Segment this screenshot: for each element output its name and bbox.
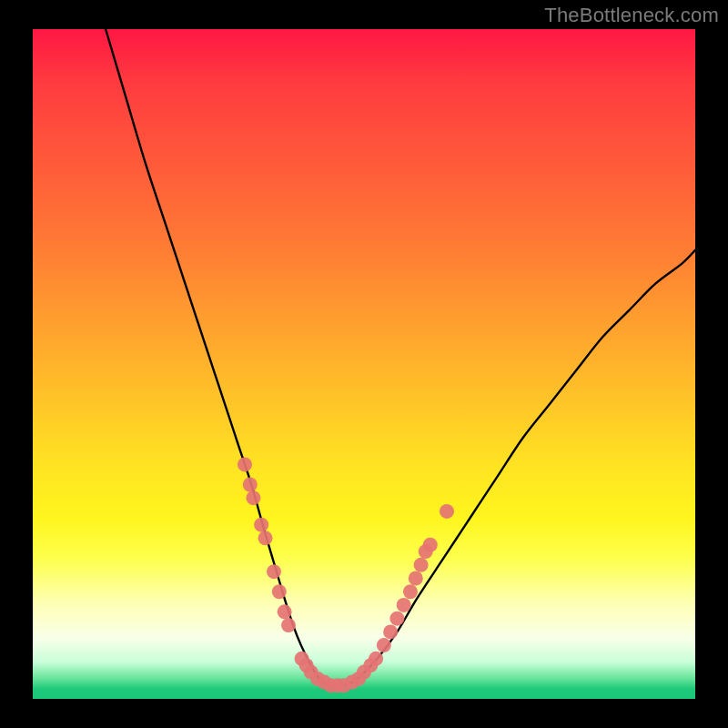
marker-dot bbox=[403, 584, 418, 599]
marker-dot bbox=[267, 564, 281, 579]
chart-frame: TheBottleneck.com bbox=[0, 0, 728, 728]
marker-dot bbox=[278, 604, 292, 619]
watermark-text: TheBottleneck.com bbox=[544, 4, 719, 27]
marker-dot bbox=[246, 490, 260, 505]
plot-area bbox=[33, 29, 695, 699]
marker-dot bbox=[272, 584, 287, 599]
marker-dot bbox=[238, 457, 252, 471]
marker-dot bbox=[414, 558, 429, 572]
marker-dot bbox=[369, 652, 383, 666]
marker-dot bbox=[383, 624, 398, 639]
marker-dot bbox=[377, 638, 391, 652]
marker-dot bbox=[440, 504, 454, 519]
marker-dot bbox=[389, 612, 404, 626]
marker-dot bbox=[243, 477, 258, 491]
marker-dot bbox=[258, 531, 273, 545]
bottleneck-curve bbox=[106, 29, 695, 686]
marker-dot bbox=[409, 571, 423, 586]
curve-markers bbox=[238, 457, 454, 693]
marker-dot bbox=[397, 598, 411, 612]
marker-dot bbox=[254, 518, 268, 532]
marker-dot bbox=[281, 618, 296, 632]
marker-dot bbox=[423, 538, 438, 552]
curve-svg bbox=[33, 29, 695, 699]
